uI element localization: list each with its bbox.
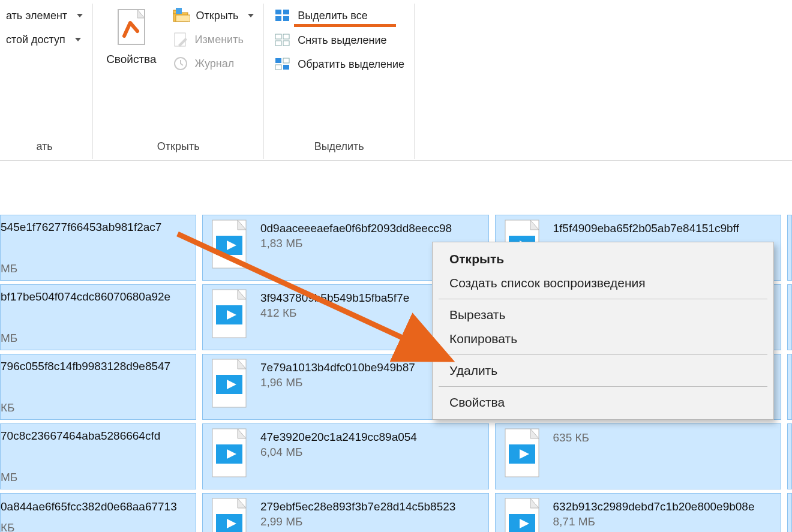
- file-name: 47e3920e20c1a2419cc89a054: [260, 430, 417, 444]
- file-name: 70c8c23667464aba5286664cfd: [1, 429, 160, 443]
- ribbon-group-open-label: Открыть: [157, 140, 200, 155]
- video-file-icon: [206, 288, 253, 340]
- file-size: 6,04 МБ: [260, 446, 417, 459]
- context-menu-separator: [439, 354, 767, 355]
- file-size: 1,83 МБ: [260, 237, 452, 250]
- properties-icon: [115, 7, 148, 48]
- new-item-label: ать элемент: [6, 10, 67, 22]
- file-name: 1f5f4909eba65f2b05ab7e84151c9bff: [553, 221, 739, 236]
- file-name: 545e1f76277f66453ab981f2ac7: [1, 220, 161, 235]
- context-menu-properties[interactable]: Свойства: [433, 390, 773, 414]
- svg-rect-17: [275, 65, 281, 70]
- edit-icon: [172, 32, 189, 47]
- file-row: 70c8c23667464aba5286664cfd МБ 47e3920e20…: [0, 423, 792, 489]
- ribbon-group-create-label: ать: [36, 140, 52, 155]
- file-size: 8,71 МБ: [553, 515, 755, 528]
- context-menu-delete[interactable]: Удалить: [433, 359, 773, 383]
- svg-rect-12: [283, 34, 289, 39]
- context-menu-cut[interactable]: Вырезать: [433, 303, 773, 327]
- invert-selection-button[interactable]: Обратить выделение: [269, 52, 409, 76]
- edit-label: Изменить: [195, 34, 244, 46]
- context-menu-open[interactable]: Открыть: [433, 247, 773, 271]
- dropdown-caret-icon: [248, 14, 254, 17]
- svg-rect-7: [275, 10, 281, 14]
- video-file-icon: [499, 428, 546, 479]
- deselect-icon: [274, 32, 292, 48]
- file-row: 0a844ae6f65fcc382d0e68aa67713 КБ 279ebf5…: [0, 493, 792, 532]
- file-tile[interactable]: [787, 215, 792, 281]
- file-size: КБ: [1, 401, 15, 414]
- context-menu-create-playlist[interactable]: Создать список воспроизведения: [433, 271, 773, 295]
- file-tile[interactable]: 545e1f76277f66453ab981f2ac7 МБ: [0, 215, 196, 281]
- context-menu-separator: [439, 299, 767, 299]
- svg-rect-14: [283, 41, 289, 46]
- file-size: 2,99 МБ: [260, 515, 455, 528]
- ribbon-group-select-label: Выделить: [314, 140, 364, 155]
- file-size: МБ: [1, 262, 17, 275]
- file-tile[interactable]: 632b913c2989debd7c1b20e800e9b08e 8,71 МБ: [495, 493, 782, 532]
- svg-rect-3: [176, 15, 190, 22]
- file-tile[interactable]: 70c8c23667464aba5286664cfd МБ: [0, 423, 196, 489]
- dropdown-caret-icon: [77, 14, 83, 17]
- svg-rect-4: [176, 8, 182, 14]
- new-item-button[interactable]: ать элемент: [1, 4, 88, 28]
- history-button[interactable]: Журнал: [167, 52, 259, 76]
- file-name: 0a844ae6f65fcc382d0e68aa67713: [1, 500, 177, 514]
- file-tile[interactable]: 279ebf5ec28e893f3b7e28d14c5b8523 2,99 МБ: [202, 493, 489, 532]
- file-name: 0d9aaceeeaefae0f6bf2093dd8eecc98: [260, 221, 452, 236]
- file-size: 1,96 МБ: [260, 376, 415, 389]
- svg-rect-8: [283, 10, 289, 14]
- svg-rect-15: [275, 58, 281, 63]
- easy-access-button[interactable]: стой доступ: [1, 28, 88, 52]
- ribbon-toolbar: ать элемент стой доступ ать Свойства: [0, 0, 792, 161]
- video-file-icon: [206, 219, 253, 270]
- context-menu-copy[interactable]: Копировать: [433, 327, 773, 351]
- file-tile[interactable]: [787, 284, 792, 350]
- context-menu: Открыть Создать список воспроизведения В…: [432, 242, 774, 420]
- video-file-icon: [499, 497, 546, 532]
- select-all-label: Выделить все: [298, 10, 367, 22]
- file-size: МБ: [1, 471, 17, 484]
- svg-rect-13: [275, 41, 281, 46]
- properties-button[interactable]: Свойства: [98, 4, 164, 70]
- file-tile[interactable]: 0a844ae6f65fcc382d0e68aa67713 КБ: [0, 493, 196, 532]
- video-file-icon: [206, 428, 253, 479]
- easy-access-label: стой доступ: [6, 34, 65, 46]
- svg-rect-10: [283, 16, 289, 21]
- invert-selection-label: Обратить выделение: [298, 58, 404, 71]
- ribbon-group-open: Свойства Открыть: [92, 4, 263, 159]
- file-size: МБ: [1, 332, 17, 345]
- folder-open-icon: [172, 8, 190, 23]
- file-name: 7e79a1013b4dfc010be949b87: [260, 360, 415, 375]
- deselect-label: Снять выделение: [298, 34, 386, 47]
- file-tile[interactable]: 47e3920e20c1a2419cc89a054 6,04 МБ: [202, 423, 489, 489]
- file-tile[interactable]: [787, 354, 792, 420]
- context-menu-separator: [439, 386, 767, 387]
- svg-rect-9: [275, 16, 281, 21]
- file-name: 279ebf5ec28e893f3b7e28d14c5b8523: [260, 500, 455, 514]
- svg-rect-16: [283, 58, 289, 63]
- deselect-button[interactable]: Снять выделение: [269, 28, 409, 52]
- file-size: КБ: [1, 521, 15, 532]
- annotation-underline: [294, 24, 396, 27]
- open-label: Открыть: [196, 10, 239, 22]
- video-file-icon: [206, 497, 253, 532]
- svg-rect-11: [275, 34, 281, 39]
- video-file-icon: [206, 358, 253, 410]
- svg-rect-18: [283, 65, 289, 70]
- history-icon: [172, 56, 189, 71]
- file-name: 796c055f8c14fb9983128d9e8547: [1, 359, 170, 374]
- file-name: 3f9437809b5b549b15fba5f7e: [260, 291, 409, 305]
- file-tile[interactable]: [787, 493, 792, 532]
- edit-button[interactable]: Изменить: [167, 28, 259, 52]
- properties-label: Свойства: [106, 53, 156, 66]
- file-tile[interactable]: 796c055f8c14fb9983128d9e8547 КБ: [0, 354, 196, 420]
- open-button[interactable]: Открыть: [167, 4, 259, 28]
- ribbon-group-create: ать элемент стой доступ ать: [1, 4, 92, 159]
- select-all-icon: [274, 8, 292, 23]
- file-tile[interactable]: [787, 423, 792, 489]
- file-tile[interactable]: 635 КБ: [495, 423, 782, 489]
- file-size: 412 КБ: [260, 306, 409, 320]
- file-name: bf17be504f074cdc86070680a92e: [1, 290, 170, 304]
- file-tile[interactable]: bf17be504f074cdc86070680a92e МБ: [0, 284, 196, 350]
